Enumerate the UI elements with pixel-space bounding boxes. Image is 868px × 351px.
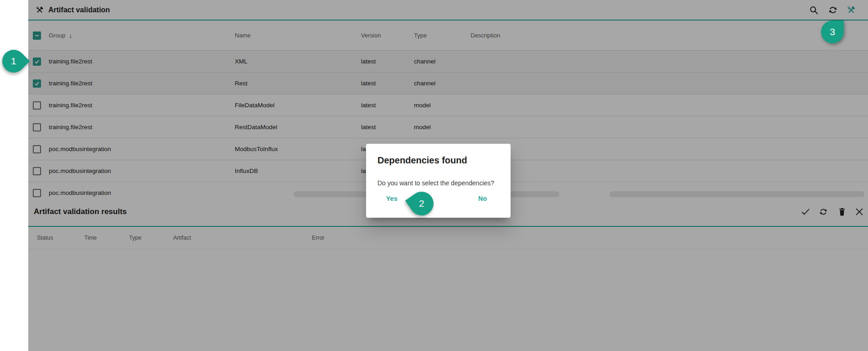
yes-button[interactable]: Yes (382, 192, 401, 205)
no-button[interactable]: No (475, 192, 491, 205)
dependencies-dialog: Dependencies found Do you want to select… (366, 144, 511, 218)
dialog-message: Do you want to select the dependencies? (377, 179, 494, 187)
dialog-title: Dependencies found (377, 155, 467, 166)
annotation-marker-3: 3 (821, 21, 844, 43)
